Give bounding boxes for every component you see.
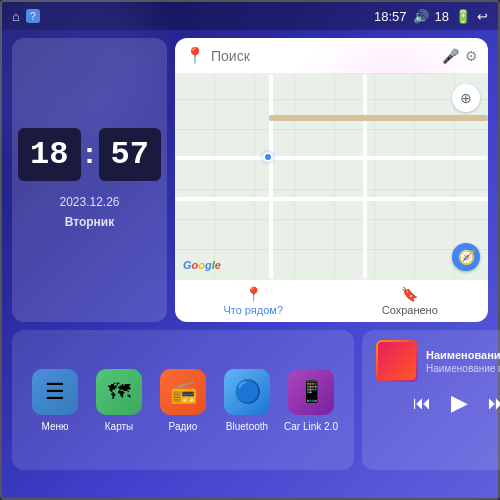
main-content: 18 : 57 2023.12.26 Вторник 📍 🎤 ⚙	[2, 30, 498, 330]
google-logo: Google	[183, 259, 221, 271]
menu-icon: ☰	[32, 369, 78, 415]
map-location-dot	[263, 152, 273, 162]
map-road-main	[269, 115, 488, 121]
clock-date: 2023.12.26 Вторник	[59, 193, 119, 231]
map-tab-nearby-label: Что рядом?	[223, 304, 283, 316]
back-icon[interactable]: ↩	[477, 9, 488, 24]
clock-date-value: 2023.12.26	[59, 193, 119, 212]
clock-hours: 18	[18, 128, 80, 181]
map-locate-button[interactable]: ⊕	[452, 84, 480, 112]
clock-display: 18 : 57	[18, 128, 161, 181]
clock-colon: :	[85, 136, 95, 170]
mic-icon[interactable]: 🎤	[442, 48, 459, 64]
nearby-icon: 📍	[245, 286, 262, 302]
clock-minutes: 57	[99, 128, 161, 181]
music-controls: ⏮ ▶ ⏭	[376, 390, 500, 416]
map-pin-icon: 📍	[185, 46, 205, 65]
map-tab-saved[interactable]: 🔖 Сохранено	[332, 280, 489, 322]
map-road-v2	[363, 74, 367, 279]
apps-grid: ☰ Меню 🗺 Карты 📻 Радио 🔵 Bluetooth 📱 Car…	[12, 330, 354, 470]
bottom-section: ☰ Меню 🗺 Карты 📻 Радио 🔵 Bluetooth 📱 Car…	[2, 330, 498, 478]
app-maps[interactable]: 🗺 Карты	[92, 369, 146, 432]
radio-icon: 📻	[160, 369, 206, 415]
status-bar: ⌂ ? 18:57 🔊 18 🔋 ↩	[2, 2, 498, 30]
app-carlink-label: Car Link 2.0	[284, 421, 338, 432]
app-menu[interactable]: ☰ Меню	[28, 369, 82, 432]
map-road-h1	[175, 156, 488, 160]
map-widget: 📍 🎤 ⚙ Google ⊕ 🧭	[175, 38, 488, 322]
map-tab-nearby[interactable]: 📍 Что рядом?	[175, 280, 332, 322]
bluetooth-icon: 🔵	[224, 369, 270, 415]
map-search-input[interactable]	[211, 48, 436, 64]
map-tab-saved-label: Сохранено	[382, 304, 438, 316]
clock-widget: 18 : 57 2023.12.26 Вторник	[12, 38, 167, 322]
map-search-bar[interactable]: 📍 🎤 ⚙	[175, 38, 488, 74]
music-title: Наименование песни	[426, 349, 500, 361]
battery-level: 18	[435, 9, 449, 24]
music-artist: Наименование певца	[426, 363, 500, 374]
status-time: 18:57	[374, 9, 407, 24]
app-radio[interactable]: 📻 Радио	[156, 369, 210, 432]
app-radio-label: Радио	[169, 421, 198, 432]
album-art-inner	[378, 342, 416, 380]
status-right-info: 18:57 🔊 18 🔋 ↩	[374, 9, 488, 24]
album-art	[376, 340, 418, 382]
status-left-icons: ⌂ ?	[12, 9, 40, 24]
music-player: Наименование песни Наименование певца ⏮ …	[362, 330, 500, 470]
next-button[interactable]: ⏭	[488, 393, 500, 414]
saved-icon: 🔖	[401, 286, 418, 302]
map-bottom-tabs: 📍 Что рядом? 🔖 Сохранено	[175, 279, 488, 322]
carlink-icon: 📱	[288, 369, 334, 415]
home-icon[interactable]: ⌂	[12, 9, 20, 24]
battery-icon: 🔋	[455, 9, 471, 24]
map-area[interactable]: Google ⊕ 🧭	[175, 74, 488, 279]
map-direction-button[interactable]: 🧭	[452, 243, 480, 271]
question-icon[interactable]: ?	[26, 9, 40, 23]
map-road-h2	[175, 197, 488, 201]
app-bluetooth-label: Bluetooth	[226, 421, 268, 432]
maps-icon: 🗺	[96, 369, 142, 415]
app-menu-label: Меню	[41, 421, 68, 432]
settings-icon[interactable]: ⚙	[465, 48, 478, 64]
clock-weekday: Вторник	[59, 213, 119, 232]
play-button[interactable]: ▶	[451, 390, 468, 416]
music-text: Наименование песни Наименование певца	[426, 349, 500, 374]
app-bluetooth[interactable]: 🔵 Bluetooth	[220, 369, 274, 432]
music-info: Наименование песни Наименование певца	[376, 340, 500, 382]
android-auto-screen: ⌂ ? 18:57 🔊 18 🔋 ↩ 18 : 57 2023.12.26 Вт…	[0, 0, 500, 500]
volume-icon: 🔊	[413, 9, 429, 24]
prev-button[interactable]: ⏮	[413, 393, 431, 414]
app-maps-label: Карты	[105, 421, 134, 432]
map-road-v1	[269, 74, 273, 279]
app-carlink[interactable]: 📱 Car Link 2.0	[284, 369, 338, 432]
